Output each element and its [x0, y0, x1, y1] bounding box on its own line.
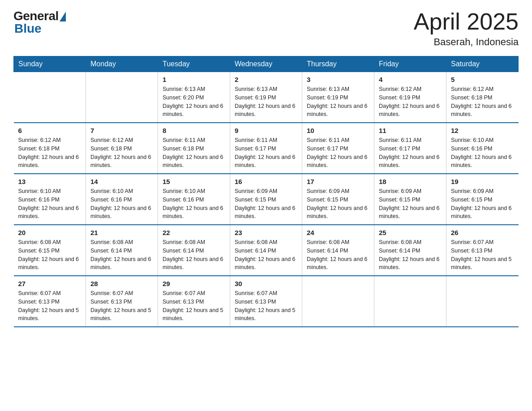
col-thursday: Thursday [302, 56, 374, 72]
calendar-cell: 10Sunrise: 6:11 AMSunset: 6:17 PMDayligh… [302, 123, 374, 174]
day-number: 26 [451, 229, 514, 236]
calendar-cell: 20Sunrise: 6:08 AMSunset: 6:15 PMDayligh… [14, 225, 86, 276]
calendar-cell: 19Sunrise: 6:09 AMSunset: 6:15 PMDayligh… [446, 174, 519, 225]
day-info: Sunrise: 6:11 AMSunset: 6:17 PMDaylight:… [379, 136, 442, 170]
page-header: General Blue April 2025 Baserah, Indones… [13, 9, 519, 48]
day-info: Sunrise: 6:12 AMSunset: 6:19 PMDaylight:… [379, 85, 442, 119]
col-sunday: Sunday [14, 56, 86, 72]
day-info: Sunrise: 6:11 AMSunset: 6:17 PMDaylight:… [307, 136, 369, 170]
calendar-cell: 9Sunrise: 6:11 AMSunset: 6:17 PMDaylight… [230, 123, 302, 174]
calendar-week-row: 1Sunrise: 6:13 AMSunset: 6:20 PMDaylight… [14, 72, 519, 123]
day-info: Sunrise: 6:10 AMSunset: 6:16 PMDaylight:… [90, 187, 153, 221]
calendar-cell: 11Sunrise: 6:11 AMSunset: 6:17 PMDayligh… [374, 123, 446, 174]
calendar-cell: 26Sunrise: 6:07 AMSunset: 6:13 PMDayligh… [446, 225, 519, 276]
calendar-cell: 14Sunrise: 6:10 AMSunset: 6:16 PMDayligh… [86, 174, 158, 225]
calendar-week-row: 20Sunrise: 6:08 AMSunset: 6:15 PMDayligh… [14, 225, 519, 276]
calendar-cell: 15Sunrise: 6:10 AMSunset: 6:16 PMDayligh… [158, 174, 230, 225]
calendar-cell: 27Sunrise: 6:07 AMSunset: 6:13 PMDayligh… [14, 276, 86, 327]
calendar-cell: 8Sunrise: 6:11 AMSunset: 6:18 PMDaylight… [158, 123, 230, 174]
calendar-header-row: Sunday Monday Tuesday Wednesday Thursday… [14, 56, 519, 72]
page-subtitle: Baserah, Indonesia [414, 36, 519, 48]
day-info: Sunrise: 6:07 AMSunset: 6:13 PMDaylight:… [451, 238, 514, 272]
logo: General Blue [13, 9, 66, 36]
day-number: 24 [307, 229, 369, 236]
day-number: 29 [163, 280, 225, 287]
day-number: 25 [379, 229, 442, 236]
day-number: 14 [90, 178, 153, 185]
calendar-cell: 13Sunrise: 6:10 AMSunset: 6:16 PMDayligh… [14, 174, 86, 225]
calendar-cell: 23Sunrise: 6:08 AMSunset: 6:14 PMDayligh… [230, 225, 302, 276]
day-number: 18 [379, 178, 442, 185]
col-tuesday: Tuesday [158, 56, 230, 72]
calendar-cell [14, 72, 86, 123]
calendar-cell: 24Sunrise: 6:08 AMSunset: 6:14 PMDayligh… [302, 225, 374, 276]
day-info: Sunrise: 6:13 AMSunset: 6:19 PMDaylight:… [307, 85, 369, 119]
page-title: April 2025 [414, 9, 519, 34]
day-number: 11 [379, 127, 442, 134]
day-info: Sunrise: 6:09 AMSunset: 6:15 PMDaylight:… [451, 187, 514, 221]
col-friday: Friday [374, 56, 446, 72]
day-number: 9 [235, 127, 297, 134]
day-info: Sunrise: 6:10 AMSunset: 6:16 PMDaylight:… [18, 187, 82, 221]
day-number: 22 [163, 229, 225, 236]
calendar-cell: 16Sunrise: 6:09 AMSunset: 6:15 PMDayligh… [230, 174, 302, 225]
day-info: Sunrise: 6:07 AMSunset: 6:13 PMDaylight:… [235, 289, 297, 323]
calendar-cell: 22Sunrise: 6:08 AMSunset: 6:14 PMDayligh… [158, 225, 230, 276]
day-number: 19 [451, 178, 514, 185]
day-number: 7 [90, 127, 153, 134]
day-info: Sunrise: 6:07 AMSunset: 6:13 PMDaylight:… [163, 289, 225, 323]
calendar-cell: 12Sunrise: 6:10 AMSunset: 6:16 PMDayligh… [446, 123, 519, 174]
day-number: 8 [163, 127, 225, 134]
day-info: Sunrise: 6:07 AMSunset: 6:13 PMDaylight:… [90, 289, 153, 323]
day-info: Sunrise: 6:13 AMSunset: 6:20 PMDaylight:… [163, 85, 225, 119]
calendar-week-row: 27Sunrise: 6:07 AMSunset: 6:13 PMDayligh… [14, 276, 519, 327]
day-number: 2 [235, 76, 297, 83]
calendar-cell [446, 276, 519, 327]
calendar-cell: 5Sunrise: 6:12 AMSunset: 6:18 PMDaylight… [446, 72, 519, 123]
calendar-cell: 3Sunrise: 6:13 AMSunset: 6:19 PMDaylight… [302, 72, 374, 123]
calendar-cell [374, 276, 446, 327]
col-wednesday: Wednesday [230, 56, 302, 72]
col-monday: Monday [86, 56, 158, 72]
day-info: Sunrise: 6:13 AMSunset: 6:19 PMDaylight:… [235, 85, 297, 119]
day-number: 17 [307, 178, 369, 185]
day-number: 13 [18, 178, 82, 185]
day-info: Sunrise: 6:09 AMSunset: 6:15 PMDaylight:… [235, 187, 297, 221]
day-info: Sunrise: 6:11 AMSunset: 6:17 PMDaylight:… [235, 136, 297, 170]
day-number: 10 [307, 127, 369, 134]
calendar-cell: 28Sunrise: 6:07 AMSunset: 6:13 PMDayligh… [86, 276, 158, 327]
day-info: Sunrise: 6:08 AMSunset: 6:14 PMDaylight:… [163, 238, 225, 272]
calendar-cell: 7Sunrise: 6:12 AMSunset: 6:18 PMDaylight… [86, 123, 158, 174]
day-number: 21 [90, 229, 153, 236]
calendar-cell: 1Sunrise: 6:13 AMSunset: 6:20 PMDaylight… [158, 72, 230, 123]
day-number: 20 [18, 229, 82, 236]
day-number: 30 [235, 280, 297, 287]
day-info: Sunrise: 6:10 AMSunset: 6:16 PMDaylight:… [163, 187, 225, 221]
day-info: Sunrise: 6:12 AMSunset: 6:18 PMDaylight:… [451, 85, 514, 119]
calendar-cell: 25Sunrise: 6:08 AMSunset: 6:14 PMDayligh… [374, 225, 446, 276]
title-block: April 2025 Baserah, Indonesia [414, 9, 519, 48]
day-number: 4 [379, 76, 442, 83]
day-info: Sunrise: 6:10 AMSunset: 6:16 PMDaylight:… [451, 136, 514, 170]
day-number: 5 [451, 76, 514, 83]
calendar-week-row: 6Sunrise: 6:12 AMSunset: 6:18 PMDaylight… [14, 123, 519, 174]
day-number: 15 [163, 178, 225, 185]
day-info: Sunrise: 6:11 AMSunset: 6:18 PMDaylight:… [163, 136, 225, 170]
day-number: 23 [235, 229, 297, 236]
calendar-cell [302, 276, 374, 327]
day-info: Sunrise: 6:09 AMSunset: 6:15 PMDaylight:… [307, 187, 369, 221]
logo-blue-text: Blue [14, 21, 42, 36]
calendar-cell: 21Sunrise: 6:08 AMSunset: 6:14 PMDayligh… [86, 225, 158, 276]
day-info: Sunrise: 6:12 AMSunset: 6:18 PMDaylight:… [18, 136, 82, 170]
calendar-cell: 6Sunrise: 6:12 AMSunset: 6:18 PMDaylight… [14, 123, 86, 174]
day-number: 28 [90, 280, 153, 287]
day-info: Sunrise: 6:08 AMSunset: 6:14 PMDaylight:… [235, 238, 297, 272]
calendar-week-row: 13Sunrise: 6:10 AMSunset: 6:16 PMDayligh… [14, 174, 519, 225]
logo-triangle-icon [60, 12, 66, 21]
calendar-table: Sunday Monday Tuesday Wednesday Thursday… [13, 56, 519, 327]
calendar-cell: 30Sunrise: 6:07 AMSunset: 6:13 PMDayligh… [230, 276, 302, 327]
day-info: Sunrise: 6:07 AMSunset: 6:13 PMDaylight:… [18, 289, 82, 323]
calendar-cell: 17Sunrise: 6:09 AMSunset: 6:15 PMDayligh… [302, 174, 374, 225]
day-number: 12 [451, 127, 514, 134]
col-saturday: Saturday [446, 56, 519, 72]
